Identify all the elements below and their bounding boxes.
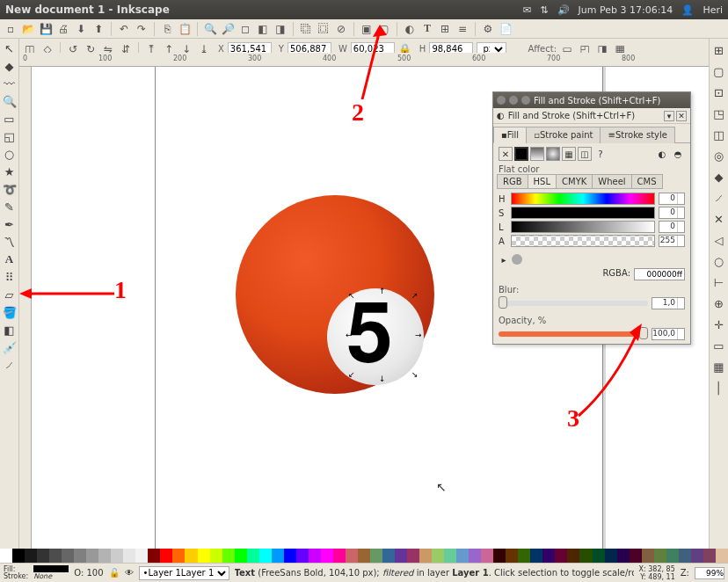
h-value[interactable]: 0 (659, 193, 685, 205)
tab-fill[interactable]: ▪Fill (493, 127, 527, 143)
tab-hsl[interactable]: HSL (528, 174, 557, 189)
copy-icon[interactable]: ⎘ (160, 22, 174, 36)
zoom-input[interactable] (695, 567, 724, 579)
swatch[interactable] (716, 549, 728, 563)
prefs-icon[interactable]: ⚙ (481, 22, 495, 36)
zoom-draw-icon[interactable]: ◧ (256, 22, 270, 36)
swatch[interactable] (98, 549, 111, 563)
dup-icon[interactable]: ⿻ (299, 22, 313, 36)
snap-center-icon[interactable]: ◎ (711, 148, 727, 164)
visible-layer-icon[interactable]: 👁 (125, 568, 134, 578)
swatch[interactable] (309, 549, 321, 563)
dialog-iconify-icon[interactable]: ▾ (664, 111, 674, 121)
bucket-tool[interactable]: 🪣 (2, 304, 18, 320)
tab-cms[interactable]: CMS (631, 174, 663, 189)
tab-stroke-style[interactable]: ≡Stroke style (600, 127, 674, 143)
dropper-tool[interactable]: 💉 (2, 339, 18, 355)
color-palette[interactable] (0, 549, 728, 563)
swatch[interactable] (25, 549, 37, 563)
swatch[interactable] (679, 549, 691, 563)
swatch[interactable] (222, 549, 235, 563)
swatch[interactable] (407, 549, 419, 563)
calligraphy-tool[interactable]: 〽 (2, 234, 18, 250)
swatch[interactable] (12, 549, 25, 563)
swatch[interactable] (160, 549, 172, 563)
star-tool[interactable]: ★ (2, 164, 18, 179)
swatch[interactable] (703, 549, 716, 563)
swatch[interactable] (456, 549, 469, 563)
eraser-tool[interactable]: ▱ (2, 287, 18, 302)
pencil-tool[interactable]: ✎ (2, 199, 18, 215)
swatch[interactable] (37, 549, 49, 563)
swatch[interactable] (346, 549, 358, 563)
paint-flat-icon[interactable] (514, 147, 528, 161)
ball-number-text[interactable]: 5 (346, 290, 393, 382)
user-name[interactable]: Heri (703, 4, 723, 16)
fill-stroke-dialog[interactable]: Fill and Stroke (Shift+Ctrl+F) ◐ Fill an… (492, 91, 691, 345)
snap-guide-icon[interactable]: │ (711, 380, 727, 396)
snap-mid-icon[interactable]: ◫ (711, 127, 727, 142)
snap-grid-icon[interactable]: ▦ (711, 359, 727, 375)
snap-node-icon[interactable]: ◆ (711, 169, 727, 185)
import-icon[interactable]: ⬇ (74, 22, 88, 36)
scale-handle-s[interactable]: ↓ (379, 375, 385, 381)
zoom-tool[interactable]: 🔍 (2, 93, 18, 109)
scale-handle-sw[interactable]: ↙ (348, 370, 354, 376)
swatch[interactable] (579, 549, 592, 563)
node-tool[interactable]: ◆ (2, 58, 18, 74)
swatch[interactable] (49, 549, 62, 563)
paint-swatch-icon[interactable]: ◫ (578, 147, 592, 161)
swatch[interactable] (172, 549, 185, 563)
swatch[interactable] (111, 549, 123, 563)
scale-handle-n[interactable]: ↑ (379, 287, 385, 293)
spiral-tool[interactable]: ➰ (2, 181, 18, 197)
paint-radial-icon[interactable] (546, 147, 560, 161)
blur-value[interactable]: 1,0 (652, 297, 685, 309)
snap-smooth-icon[interactable]: ○ (711, 253, 727, 269)
tab-stroke-paint[interactable]: ▫Stroke paint (526, 127, 601, 143)
status-opacity[interactable]: O: 100 (74, 568, 103, 578)
print-icon[interactable]: 🖨 (56, 22, 70, 36)
swatch[interactable] (419, 549, 432, 563)
snap-edge-icon[interactable]: ⊡ (711, 84, 727, 100)
swatch[interactable] (555, 549, 567, 563)
snap-page-icon[interactable]: ▭ (711, 338, 727, 353)
swatch[interactable] (617, 549, 630, 563)
paint-none-icon[interactable]: ✕ (499, 147, 513, 161)
open-icon[interactable]: 📂 (21, 22, 35, 36)
swatch[interactable] (630, 549, 642, 563)
swatch[interactable] (382, 549, 395, 563)
tab-rgb[interactable]: RGB (497, 174, 528, 189)
paint-pattern-icon[interactable]: ▦ (562, 147, 576, 161)
l-value[interactable]: 0 (659, 221, 685, 233)
h-slider[interactable] (511, 193, 655, 205)
volume-icon[interactable]: 🔊 (557, 4, 570, 16)
scale-handle-nw[interactable]: ↖ (348, 291, 354, 297)
swatch[interactable] (370, 549, 382, 563)
scale-handle-ne[interactable]: ↗ (411, 291, 418, 297)
swatch[interactable] (74, 549, 86, 563)
swatch[interactable] (86, 549, 98, 563)
cms-dot-icon[interactable] (512, 254, 522, 265)
swatch[interactable] (296, 549, 309, 563)
xml-icon[interactable]: ⊞ (438, 22, 452, 36)
undo-icon[interactable]: ↶ (117, 22, 131, 36)
scale-handle-w[interactable]: ← (346, 331, 352, 337)
swatch[interactable] (395, 549, 407, 563)
blur-slider[interactable] (499, 301, 648, 306)
ellipse-tool[interactable]: ○ (2, 146, 18, 162)
export-icon[interactable]: ⬆ (91, 22, 106, 36)
rgba-input[interactable] (634, 268, 685, 280)
a-slider[interactable] (511, 235, 655, 247)
swatch[interactable] (518, 549, 530, 563)
a-value[interactable]: 255 (659, 235, 685, 247)
swatch[interactable] (135, 549, 148, 563)
swatch[interactable] (0, 549, 12, 563)
swatch[interactable] (691, 549, 703, 563)
box3d-tool[interactable]: ◱ (2, 128, 18, 144)
zoomout-icon[interactable]: 🔎 (221, 22, 235, 36)
swatch[interactable] (506, 549, 518, 563)
cms-target-icon[interactable]: ▸ (499, 254, 509, 265)
fillrule-even-icon[interactable]: ◐ (655, 147, 669, 161)
swatch[interactable] (493, 549, 506, 563)
